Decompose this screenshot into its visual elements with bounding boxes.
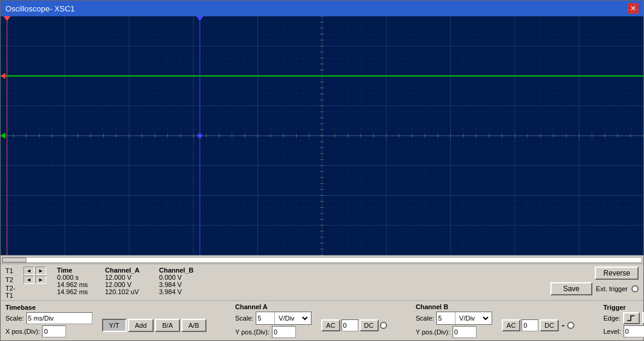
- chb-scale-row: Scale: V/Div mV/Div: [416, 312, 493, 325]
- t1-left-btn[interactable]: ◄: [23, 267, 34, 275]
- measurements-table: Time Channel_A Channel_B 0.000 s 12.000 …: [56, 267, 212, 295]
- title-bar: Oscilloscope- XSC1 ✕: [1, 1, 643, 16]
- cha-ypos-input[interactable]: [272, 326, 296, 338]
- ab-button[interactable]: A/B: [181, 319, 206, 332]
- chb-dc-button[interactable]: DC: [540, 319, 559, 331]
- timebase-scale-row: Scale:: [5, 312, 92, 324]
- header-cha: Channel_A: [104, 267, 158, 274]
- chb-ypos-input[interactable]: [453, 326, 477, 338]
- controls-bottom: Timebase Scale: X pos.(Div): Y/T Add: [1, 301, 643, 340]
- chb-ypos-row: Y pos.(Div):: [416, 326, 493, 338]
- t2-left-btn[interactable]: ◄: [23, 276, 34, 284]
- close-button[interactable]: ✕: [628, 3, 639, 14]
- trigger-level-input[interactable]: [624, 325, 644, 337]
- horizontal-scrollbar[interactable]: [1, 255, 643, 264]
- scope-display: [1, 16, 643, 255]
- timebase-scale-label: Scale:: [5, 315, 24, 322]
- t2t1-cha-val: 120.102 uV: [104, 288, 158, 295]
- trigger-rising-btn[interactable]: [623, 312, 640, 324]
- measurements-row: T1 ◄ ► T2 ◄ ► T2-T1 Time Channel_A Chann…: [1, 264, 643, 301]
- chb-scale-select[interactable]: V/Div mV/Div: [457, 312, 490, 324]
- cha-ac-value[interactable]: [342, 319, 358, 331]
- channel-b-title: Channel B: [416, 303, 493, 310]
- trigger-edge-row: Edge: A B Ext: [603, 312, 644, 324]
- scrollbar-thumb[interactable]: [2, 258, 26, 262]
- cursor-controls: T1 ◄ ► T2 ◄ ► T2-T1: [5, 267, 46, 299]
- ba-button[interactable]: B/A: [155, 319, 180, 332]
- chb-ypos-label: Y pos.(Div):: [416, 328, 450, 336]
- controls-area: T1 ◄ ► T2 ◄ ► T2-T1 Time Channel_A Chann…: [1, 264, 643, 340]
- timebase-group: Timebase Scale: X pos.(Div):: [5, 304, 92, 337]
- chb-scale-label: Scale:: [416, 315, 435, 322]
- add-button[interactable]: Add: [128, 319, 154, 332]
- t1-time-val: 0.000 s: [56, 274, 104, 281]
- cursor-t1-row: T1 ◄ ►: [5, 267, 46, 275]
- ext-trigger-radio[interactable]: [631, 285, 639, 292]
- save-button[interactable]: Save: [550, 282, 592, 295]
- cha-dc-radio[interactable]: [380, 322, 387, 329]
- cursor-t2-row: T2 ◄ ►: [5, 276, 46, 284]
- reverse-button[interactable]: Reverse: [595, 267, 639, 280]
- trigger-level-label: Level:: [603, 328, 621, 335]
- timebase-xpos-label: X pos.(Div):: [5, 328, 40, 335]
- chb-ac-value[interactable]: [522, 319, 538, 331]
- ext-trigger-label: Ext. trigger: [596, 285, 628, 292]
- t2-cha-val: 12.000 V: [104, 281, 158, 288]
- cha-scale-label: Scale:: [235, 315, 254, 322]
- cursor-t2t1-row: T2-T1: [5, 285, 46, 299]
- t2-time-val: 14.962 ms: [56, 281, 104, 288]
- header-chb: Channel_B: [158, 267, 212, 274]
- trigger-group: Trigger Edge: A: [603, 304, 644, 337]
- window-title: Oscilloscope- XSC1: [5, 4, 75, 13]
- scope-canvas: [1, 16, 643, 255]
- cha-scale-select[interactable]: V/Div mV/Div: [276, 312, 310, 324]
- t1-chb-val: 0.000 V: [158, 274, 212, 281]
- trigger-level-row: Level: V: [603, 325, 644, 337]
- timebase-xpos-input[interactable]: [42, 325, 66, 337]
- t1-cha-val: 12.000 V: [104, 274, 158, 281]
- oscilloscope-window: Oscilloscope- XSC1 ✕ T1 ◄ ► T2 ◄: [0, 0, 644, 341]
- chb-scale-input[interactable]: [437, 312, 455, 324]
- cha-scale-row: Scale: V/Div mV/Div: [235, 312, 312, 325]
- t2-right-btn[interactable]: ►: [35, 276, 46, 284]
- t2-chb-val: 3.984 V: [158, 281, 212, 288]
- chb-dc-radio[interactable]: [567, 322, 574, 329]
- chb-ac-button[interactable]: AC: [502, 319, 520, 331]
- trigger-edge-label: Edge:: [603, 315, 621, 322]
- t1-right-btn[interactable]: ►: [35, 267, 46, 275]
- cha-ypos-row: Y pos.(Div):: [235, 326, 312, 338]
- cha-scale-input[interactable]: [256, 312, 274, 324]
- channel-a-group: Channel A Scale: V/Div mV/Div: [235, 303, 312, 338]
- scrollbar-track[interactable]: [2, 257, 642, 263]
- t2t1-chb-val: 3.984 V: [158, 288, 212, 295]
- trigger-title: Trigger: [603, 304, 644, 311]
- timebase-title: Timebase: [5, 304, 92, 311]
- channel-b-group: Channel B Scale: V/Div mV/Div: [416, 303, 493, 338]
- cha-ac-button[interactable]: AC: [321, 319, 340, 331]
- timebase-xpos-row: X pos.(Div):: [5, 325, 92, 337]
- t2-label: T2: [5, 276, 22, 283]
- t1-label: T1: [5, 267, 22, 274]
- timebase-scale-input[interactable]: [26, 312, 92, 324]
- cha-ypos-label: Y pos.(Div):: [235, 328, 269, 336]
- yt-button[interactable]: Y/T: [102, 319, 127, 332]
- t2t1-label: T2-T1: [5, 285, 22, 299]
- t2t1-time-val: 14.962 ms: [56, 288, 104, 295]
- channel-a-title: Channel A: [235, 303, 312, 310]
- cha-dc-button[interactable]: DC: [360, 319, 379, 331]
- header-time: Time: [56, 267, 104, 274]
